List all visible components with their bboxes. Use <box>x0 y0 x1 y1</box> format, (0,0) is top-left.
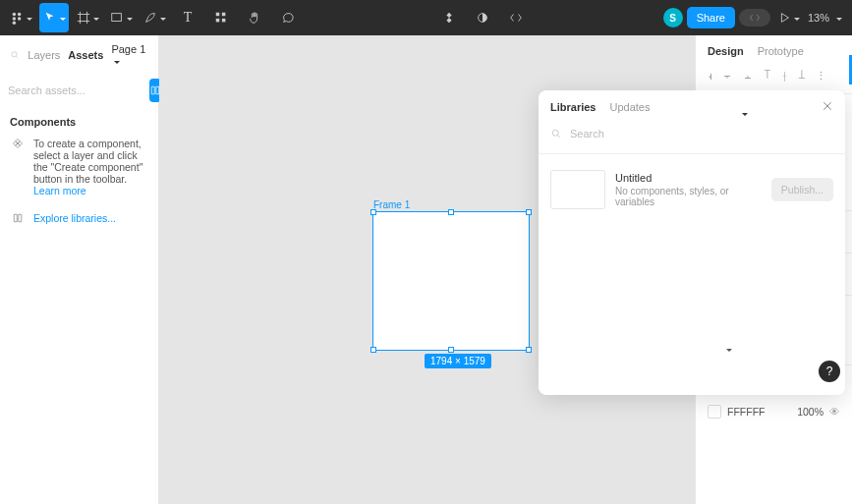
search-icon <box>10 49 20 61</box>
dev-mode-button[interactable] <box>501 3 531 32</box>
distribute-icon[interactable]: ⋮ <box>816 70 826 82</box>
help-button[interactable]: ? <box>819 361 840 382</box>
svg-rect-3 <box>17 17 21 21</box>
hint-text: To create a component, select a layer an… <box>33 138 142 185</box>
assets-tab[interactable]: Assets <box>68 49 103 61</box>
align-bottom-icon[interactable]: ⟘ <box>798 69 806 82</box>
svg-rect-7 <box>222 13 226 17</box>
comment-icon <box>281 11 295 25</box>
chevron-down-icon <box>833 12 842 24</box>
align-hcenter-icon[interactable]: ⫟ <box>722 70 733 82</box>
library-search-input[interactable] <box>570 128 833 140</box>
file-subtitle: No components, styles, or variables <box>615 186 762 207</box>
svg-rect-4 <box>12 22 16 26</box>
pen-tool-button[interactable] <box>140 3 169 32</box>
design-tab[interactable]: Design <box>708 45 744 57</box>
file-thumbnail <box>550 170 605 209</box>
pen-icon <box>143 11 157 25</box>
components-heading: Components <box>0 106 158 134</box>
rectangle-icon <box>110 11 124 25</box>
mask-icon <box>476 11 489 25</box>
publish-button[interactable]: Publish... <box>771 178 833 201</box>
cursor-icon <box>43 11 57 25</box>
play-icon <box>777 11 791 25</box>
component-icon <box>442 11 456 25</box>
resize-handle-sw[interactable] <box>370 347 376 353</box>
fill-swatch[interactable] <box>708 405 721 419</box>
asset-search-input[interactable] <box>8 84 143 96</box>
library-file-row: Untitled No components, styles, or varia… <box>539 160 845 219</box>
move-tool-button[interactable] <box>39 3 69 32</box>
svg-rect-1 <box>17 13 21 17</box>
shape-tool-button[interactable] <box>106 3 136 32</box>
chevron-down-icon <box>157 12 166 24</box>
resize-handle-nw[interactable] <box>370 209 376 215</box>
book-icon <box>10 212 26 226</box>
svg-rect-8 <box>216 19 220 23</box>
close-button[interactable] <box>822 100 833 114</box>
chevron-down-icon <box>124 12 133 24</box>
explore-libraries-row[interactable]: Explore libraries... <box>0 208 158 230</box>
svg-rect-2 <box>12 17 16 21</box>
component-icon <box>10 138 26 196</box>
user-avatar[interactable]: S <box>663 8 683 28</box>
text-icon: T <box>184 10 193 26</box>
zoom-dropdown[interactable]: 13% <box>808 12 846 24</box>
canvas[interactable]: Frame 1 1794 × 1579 Libraries Updates <box>159 35 695 504</box>
fill-hex-input[interactable]: FFFFFF <box>727 406 765 418</box>
code-icon <box>509 11 523 25</box>
fill-opacity-input[interactable]: 100% <box>797 406 824 418</box>
dev-mode-toggle[interactable] <box>739 9 770 27</box>
chevron-down-icon <box>791 12 800 24</box>
present-button[interactable] <box>774 3 804 32</box>
text-tool-button[interactable]: T <box>173 3 202 32</box>
zoom-value: 13% <box>808 12 829 24</box>
explore-libraries-link[interactable]: Explore libraries... <box>33 212 116 226</box>
prototype-tab[interactable]: Prototype <box>758 45 804 57</box>
search-icon <box>550 128 562 140</box>
align-right-icon[interactable]: ⫠ <box>743 70 754 82</box>
libraries-tab[interactable]: Libraries <box>550 101 596 113</box>
resize-handle-s[interactable] <box>448 347 454 353</box>
create-component-hint: To create a component, select a layer an… <box>0 134 158 200</box>
align-left-icon[interactable]: ⫞ <box>708 70 712 82</box>
chevron-down-icon <box>24 12 32 24</box>
component-tool-button[interactable] <box>434 3 464 32</box>
figma-logo-icon <box>10 11 24 25</box>
align-vcenter-icon[interactable]: ⟊ <box>781 70 788 82</box>
hand-tool-button[interactable] <box>240 3 269 32</box>
code-icon <box>749 12 761 24</box>
left-panel: Layers Assets Page 1 Components To creat… <box>0 35 159 504</box>
svg-point-11 <box>12 52 17 57</box>
frame-tool-button[interactable] <box>73 3 102 32</box>
hand-icon <box>248 11 261 25</box>
chevron-down-icon <box>90 12 99 24</box>
resources-button[interactable] <box>206 3 236 32</box>
chevron-down-icon <box>57 12 66 24</box>
layers-tab[interactable]: Layers <box>28 49 60 61</box>
resize-handle-se[interactable] <box>526 347 532 353</box>
close-icon <box>822 100 833 112</box>
align-top-icon[interactable]: ⟙ <box>764 69 771 82</box>
selected-frame[interactable] <box>373 212 529 350</box>
file-title: Untitled <box>615 172 762 184</box>
dimensions-badge: 1794 × 1579 <box>425 354 491 368</box>
frame-label[interactable]: Frame 1 <box>373 199 410 210</box>
learn-more-link[interactable]: Learn more <box>33 185 86 196</box>
fill-visibility-icon[interactable]: 👁 <box>829 406 840 418</box>
libraries-popover: Libraries Updates Untitled No components… <box>539 90 845 395</box>
comment-tool-button[interactable] <box>273 3 303 32</box>
svg-rect-0 <box>12 13 16 17</box>
resize-handle-ne[interactable] <box>526 209 532 215</box>
svg-rect-6 <box>216 13 220 17</box>
main-menu-button[interactable] <box>6 3 35 32</box>
share-button[interactable]: Share <box>687 7 735 28</box>
svg-rect-5 <box>111 14 121 22</box>
updates-tab[interactable]: Updates <box>609 101 650 113</box>
mask-tool-button[interactable] <box>468 3 497 32</box>
resize-handle-n[interactable] <box>448 209 454 215</box>
page-dropdown[interactable]: Page 1 <box>111 43 148 67</box>
align-row: ⫞ ⫟ ⫠ ⟙ ⟊ ⟘ ⋮ <box>696 63 852 87</box>
svg-rect-9 <box>222 19 226 23</box>
top-toolbar: T S Share 13% <box>0 0 852 35</box>
